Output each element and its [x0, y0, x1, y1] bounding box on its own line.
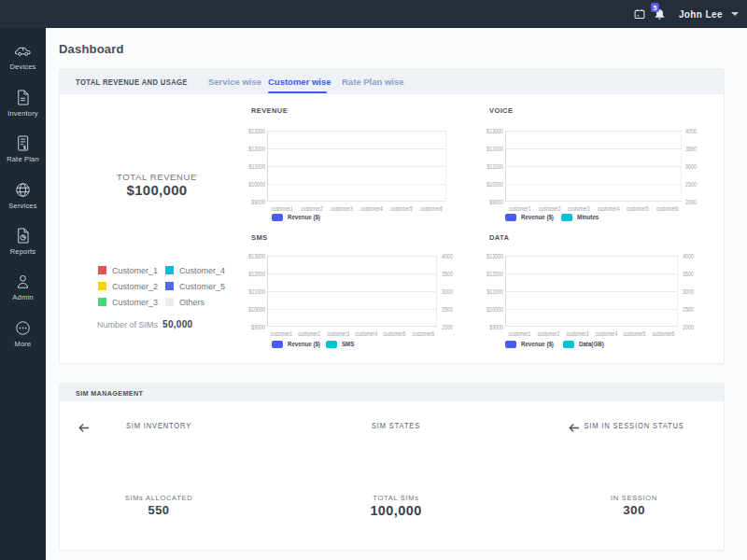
topbar-right-group: 5 John Lee [634, 0, 744, 28]
y-axis-right-label: 4000 [685, 128, 716, 134]
chart-legend-swatch [272, 214, 283, 221]
sidebar-item-services[interactable]: Services [0, 181, 46, 210]
y-axis-label: $11000 [233, 288, 265, 295]
sim-section-title: SIM IN SESSION STATUS [511, 421, 747, 430]
sidebar-item-rate-plan[interactable]: Rate Plan [0, 134, 46, 163]
tab-service-wise[interactable]: Service wise [208, 69, 261, 94]
number-of-sims-value: 50,000 [162, 319, 192, 329]
sidebar-item-label: Reports [0, 247, 46, 256]
chart-legend-label: Data(GB) [579, 341, 604, 347]
chart-plot-area [267, 256, 437, 327]
legend-swatch [98, 266, 106, 274]
x-axis-label: customer5 [384, 330, 406, 337]
gridline [268, 131, 445, 132]
y-axis-label: $11000 [233, 163, 265, 170]
chart-legend-label: Revenue ($) [521, 341, 554, 347]
sim-stat-label: IN SESSION [494, 494, 747, 502]
y-axis-right-label: 3000 [442, 288, 472, 295]
tab-customer-wise[interactable]: Customer wise [268, 69, 331, 94]
gridline [268, 148, 445, 149]
legend-swatch [165, 282, 174, 290]
app-root: { "topbar": { "user_name": "John Lee", "… [0, 0, 747, 560]
gridline [506, 309, 677, 310]
gridline [506, 148, 681, 149]
y-axis-right-label: 3000 [683, 288, 713, 295]
x-axis-label: customer6 [655, 205, 679, 212]
gridline [268, 309, 436, 310]
x-axis-label: customer5 [624, 330, 646, 337]
services-icon [0, 181, 46, 199]
user-menu-caret-icon[interactable] [731, 12, 739, 16]
gridline [506, 273, 677, 274]
x-axis-label: customer2 [301, 205, 324, 212]
x-axis-label: customer4 [597, 205, 620, 212]
total-revenue-label: TOTAL REVENUE [92, 172, 222, 182]
notification-count-badge[interactable]: 5 [651, 3, 659, 12]
chart-legend-swatch [563, 341, 574, 348]
y-axis-label: $11000 [472, 163, 503, 170]
y-axis-right-label: 4000 [442, 253, 472, 259]
legend-label: Customer_2 [112, 282, 158, 291]
chart-legend-swatch [505, 214, 516, 221]
sidebar-item-reports[interactable]: Reports [0, 227, 46, 256]
y-axis-label: $13000 [233, 253, 265, 259]
sidebar-item-devices[interactable]: Devices [0, 42, 46, 71]
y-axis-right-label: 3500 [685, 146, 716, 152]
x-axis-label: customer4 [355, 330, 377, 337]
y-axis-right-label: 2000 [442, 324, 472, 330]
tab-rate-plan-wise[interactable]: Rate Plan wise [342, 69, 404, 94]
calendar-icon[interactable] [634, 7, 646, 21]
total-revenue-usage-card: TOTAL REVENUE AND USAGE Service wise Cus… [59, 68, 725, 364]
x-axis-label: customer5 [626, 205, 649, 212]
gridline [268, 166, 445, 167]
sidebar-item-inventory[interactable]: Inventory [0, 89, 46, 118]
legend-label: Customer_5 [179, 282, 225, 291]
x-axis-label: customer6 [653, 330, 675, 337]
sidebar-item-more[interactable]: More [0, 319, 46, 348]
number-of-sims-label: Number of SIMs [97, 320, 158, 329]
x-axis-label: customer3 [331, 205, 354, 212]
notifications-bell-icon[interactable]: 5 [654, 7, 666, 21]
gridline [506, 291, 677, 292]
sim-section-title: SIM STATES [273, 421, 519, 430]
chart-legend-swatch [561, 214, 572, 221]
active-tab-underline [268, 91, 327, 93]
y-axis-label: $13000 [472, 253, 503, 259]
sidebar-item-admin[interactable]: Admin [0, 273, 46, 301]
y-axis-label: $12000 [233, 146, 265, 152]
gridline [506, 166, 681, 167]
y-axis-right-label: 2500 [442, 306, 472, 313]
x-axis-label: customer2 [299, 330, 321, 337]
revenue-card-title: TOTAL REVENUE AND USAGE [76, 77, 188, 87]
gridline [506, 131, 681, 132]
y-axis-label: $9000 [472, 199, 503, 205]
admin-icon [0, 273, 46, 290]
gridline [268, 291, 436, 292]
chart-legend-swatch [326, 341, 337, 348]
reports-icon [0, 227, 46, 245]
rate-plan-icon [0, 134, 46, 152]
y-axis-label: $9000 [233, 324, 265, 330]
topbar: 5 John Lee [0, 0, 747, 28]
sim-section-title: SIM INVENTORY [35, 421, 282, 430]
y-axis-right-label: 4000 [683, 253, 713, 259]
devices-icon [0, 42, 46, 60]
more-icon [0, 319, 46, 337]
user-menu-name[interactable]: John Lee [679, 9, 723, 20]
y-axis-label: $12000 [472, 146, 503, 152]
sidebar-item-label: Rate Plan [0, 155, 46, 163]
chart-title: REVENUE [251, 106, 288, 115]
x-axis-label: customer3 [566, 330, 588, 337]
x-axis-label: customer6 [420, 205, 444, 212]
x-axis-label: customer3 [567, 205, 590, 212]
sim-stat-value: 300 [494, 503, 747, 517]
chart-title: DATA [489, 233, 509, 242]
chart-legend-label: Revenue ($) [521, 214, 554, 220]
y-axis-right-label: 2000 [683, 324, 713, 330]
legend-swatch [165, 298, 174, 306]
chart-plot-area [505, 131, 682, 202]
x-axis-label: customer1 [270, 330, 292, 337]
sim-card-title: SIM MANAGEMENT [76, 388, 143, 397]
y-axis-right-label: 2500 [683, 306, 713, 313]
total-revenue-value: $100,000 [92, 182, 222, 198]
